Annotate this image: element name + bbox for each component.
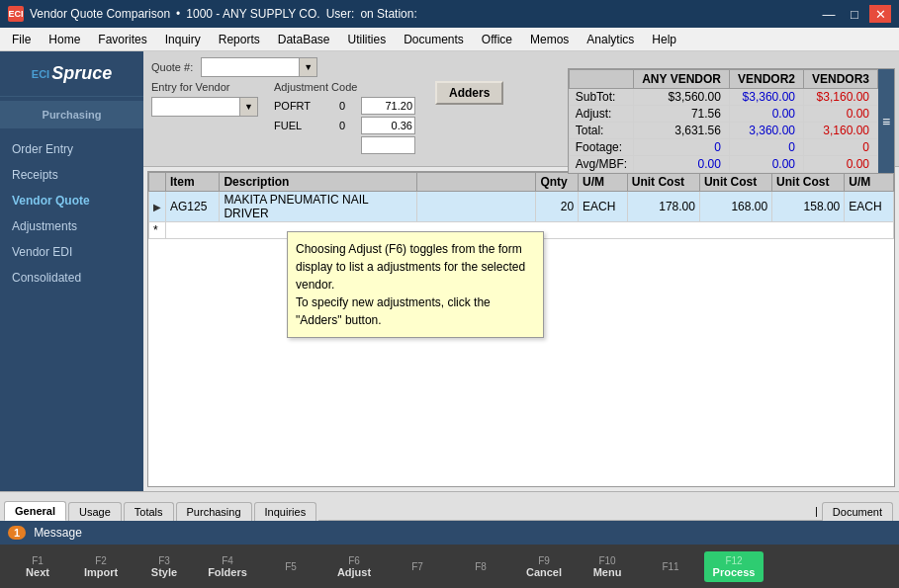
subtot-vendor2: $3,360.00 [729, 89, 803, 106]
menu-documents[interactable]: Documents [396, 31, 472, 48]
sidebar-item-receipts[interactable]: Receipts [0, 162, 143, 188]
adjust-vendor1: 71.56 [634, 106, 730, 123]
menu-file[interactable]: File [4, 31, 39, 48]
tab-totals[interactable]: Totals [124, 502, 174, 521]
avgmbf-vendor3: 0.00 [803, 156, 877, 173]
col-spacer [417, 173, 536, 192]
adj-input-1[interactable] [361, 97, 415, 115]
summary-label-subtot: SubTot: [569, 89, 633, 106]
vendor-dropdown-btn[interactable]: ▼ [240, 97, 258, 117]
fkey-bar: F1 Next F2 Import F3 Style F4 Folders F5… [0, 545, 899, 588]
adj-val-1: 0 [327, 100, 357, 112]
menu-bar: File Home Favorites Inquiry Reports Data… [0, 28, 899, 51]
fkey-f7[interactable]: F7 [388, 559, 447, 574]
col-indicator [149, 173, 166, 192]
summary-label-total: Total: [569, 123, 633, 139]
sidebar-item-vendor-quote[interactable]: Vendor Quote [0, 188, 143, 213]
vendor-col-3: VENDOR3 [803, 70, 877, 89]
logo-text: Spruce [51, 63, 112, 84]
menu-reports[interactable]: Reports [211, 31, 268, 48]
menu-home[interactable]: Home [41, 31, 88, 48]
fkey-f11[interactable]: F11 [641, 559, 700, 574]
footage-vendor3: 0 [803, 139, 877, 156]
pipe-separator: | [811, 502, 822, 521]
menu-utilities[interactable]: Utilities [339, 31, 394, 48]
fkey-f8-num: F8 [475, 561, 487, 572]
fkey-f12[interactable]: F12 Process [704, 551, 764, 582]
col-um3: U/M [845, 173, 894, 192]
summary-label-avgmbf: Avg/MBF: [569, 156, 633, 173]
menu-help[interactable]: Help [644, 31, 684, 48]
vendor-col-1: ANY VENDOR [634, 70, 730, 89]
adj-input-3[interactable] [361, 136, 415, 154]
tooltip-text: Choosing Adjust (F6) toggles from the fo… [296, 242, 525, 327]
menu-memos[interactable]: Memos [522, 31, 577, 48]
tab-purchasing[interactable]: Purchasing [176, 502, 252, 521]
fkey-f9-num: F9 [538, 555, 550, 566]
data-table: Item Description Qnty U/M Unit Cost Unit… [148, 172, 894, 239]
tab-usage[interactable]: Usage [68, 502, 122, 521]
fkey-f5-num: F5 [285, 561, 297, 572]
fkey-f1-num: F1 [32, 555, 44, 566]
maximize-button[interactable]: □ [844, 5, 865, 23]
adders-button[interactable]: Adders [435, 81, 503, 105]
sidebar-item-adjustments[interactable]: Adjustments [0, 213, 143, 239]
tab-inquiries[interactable]: Inquiries [254, 502, 317, 521]
vendor-input[interactable]: ANY VENDOR [151, 97, 240, 117]
fkey-f3[interactable]: F3 Style [135, 553, 194, 580]
row-cost2: 168.00 [699, 192, 771, 222]
logo-area: ECI Spruce [0, 51, 143, 97]
title-bar: ECI Vendor Quote Comparison • 1000 - ANY… [0, 0, 899, 28]
col-um: U/M [579, 173, 628, 192]
menu-inquiry[interactable]: Inquiry [157, 31, 209, 48]
fkey-f9[interactable]: F9 Cancel [514, 553, 574, 580]
fkey-f6-num: F6 [348, 555, 360, 566]
sidebar-item-consolidated[interactable]: Consolidated [0, 265, 143, 291]
footage-vendor2: 0 [729, 139, 803, 156]
close-button[interactable]: ✕ [869, 5, 891, 23]
app-icon: ECI [8, 6, 24, 22]
vendor-summary: ANY VENDOR VENDOR2 VENDOR3 SubTot: $3,56… [568, 68, 895, 174]
row-item: AG125 [166, 192, 220, 222]
fkey-f8[interactable]: F8 [451, 559, 510, 574]
sidebar-item-vendor-edi[interactable]: Vendor EDI [0, 239, 143, 265]
status-bar: 1 Message [0, 521, 899, 545]
title-user-label: User: [326, 7, 355, 21]
fkey-f5[interactable]: F5 [261, 559, 320, 574]
tab-general[interactable]: General [4, 501, 66, 521]
fkey-f2-label: Import [84, 566, 118, 578]
minimize-button[interactable]: — [818, 5, 840, 23]
fkey-f1-label: Next [26, 566, 49, 578]
hamburger-icon: ≡ [882, 114, 890, 129]
quote-input[interactable]: 1501-P18638 [201, 57, 300, 77]
fkey-f6[interactable]: F6 Adjust [324, 553, 384, 580]
tooltip-box: Choosing Adjust (F6) toggles from the fo… [287, 231, 544, 338]
menu-analytics[interactable]: Analytics [579, 31, 642, 48]
adj-input-2[interactable] [361, 117, 415, 134]
adjust-vendor2: 0.00 [729, 106, 803, 123]
fkey-f2[interactable]: F2 Import [71, 553, 131, 580]
total-vendor1: 3,631.56 [634, 123, 730, 139]
row-um: EACH [579, 192, 628, 222]
new-row-indicator: * [149, 222, 166, 239]
menu-office[interactable]: Office [474, 31, 520, 48]
sidebar-item-order-entry[interactable]: Order Entry [0, 136, 143, 162]
tab-document[interactable]: Document [822, 502, 893, 521]
col-item: Item [166, 173, 220, 192]
message-badge: 1 [8, 526, 26, 540]
title-user-station: on Station: [360, 7, 416, 21]
menu-database[interactable]: DataBase [270, 31, 338, 48]
data-table-area: Item Description Qnty U/M Unit Cost Unit… [147, 171, 895, 487]
fkey-f10[interactable]: F10 Menu [578, 553, 637, 580]
row-description: MAKITA PNEUMATIC NAIL DRIVER [220, 192, 417, 222]
row-um3: EACH [845, 192, 894, 222]
fkey-f10-label: Menu [593, 566, 622, 578]
logo-eci: ECI [32, 68, 49, 80]
fkey-f1[interactable]: F1 Next [8, 553, 67, 580]
quote-dropdown-btn[interactable]: ▼ [300, 57, 317, 77]
table-row[interactable]: ▶ AG125 MAKITA PNEUMATIC NAIL DRIVER 20 … [149, 192, 894, 222]
fkey-f4[interactable]: F4 Folders [198, 553, 257, 580]
vendor-summary-menu-btn[interactable]: ≡ [878, 69, 894, 173]
row-qnty: 20 [536, 192, 579, 222]
menu-favorites[interactable]: Favorites [90, 31, 154, 48]
